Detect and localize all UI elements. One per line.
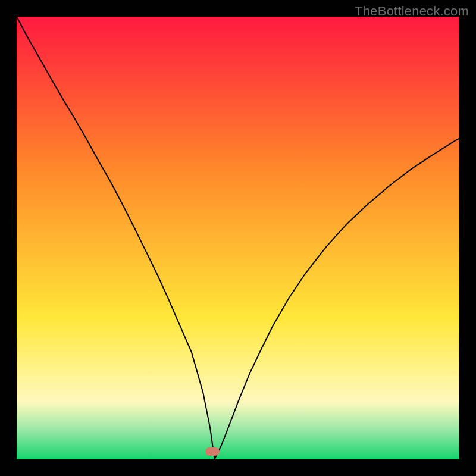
bottleneck-curve [17, 17, 459, 459]
chart-frame: TheBottleneck.com [0, 0, 476, 476]
plot-area [17, 17, 459, 459]
watermark-text: TheBottleneck.com [355, 4, 469, 19]
minimum-marker [205, 447, 220, 456]
